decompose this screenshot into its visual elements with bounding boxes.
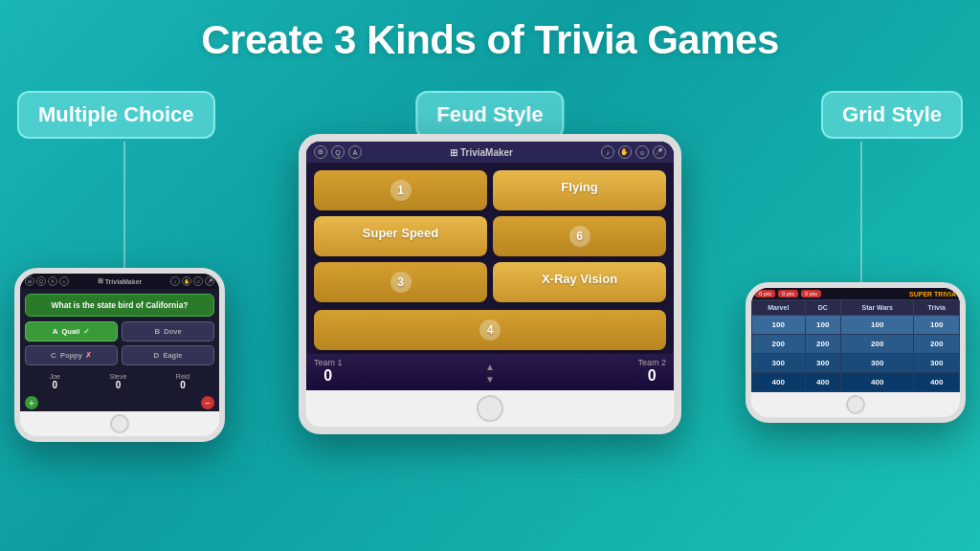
mc-answer-b: B Dove [122, 321, 214, 342]
phone-power-button [679, 270, 681, 298]
grid-col-marvel: Marvel [752, 300, 806, 316]
grid-cell-trivia-300[interactable]: 300 [914, 354, 960, 373]
feud-cell-4: 4 [314, 310, 666, 350]
home-button-left[interactable] [110, 414, 129, 433]
grid-cell-trivia-400[interactable]: 400 [914, 373, 960, 392]
mc-q-icon: Q [36, 276, 46, 286]
feud-right-icons: ♪ ✋ ☺ 🎤 [601, 145, 666, 159]
grid-style-badge: Grid Style [821, 91, 963, 139]
grid-cell-trivia-200[interactable]: 200 [914, 335, 960, 354]
mc-player-scores: Joe 0 Steve 0 Reid 0 [20, 369, 219, 394]
mc-answers-grid: A Quail ✓ B Dove C Poppy ✗ D Eagle [20, 321, 219, 365]
grid-cell-sw-400[interactable]: 400 [841, 373, 914, 392]
mc-hand-icon: ✋ [182, 276, 191, 286]
mc-a-icon: A [48, 276, 57, 286]
grid-phone: 0 pts 0 pts 0 pts SUPER TRIVIA Marvel DC… [746, 282, 966, 423]
mc-smiley-icon: ☺ [193, 276, 203, 286]
grid-cell-dc-200[interactable]: 200 [805, 335, 840, 354]
multiple-choice-badge: Multiple Choice [17, 91, 215, 139]
grid-cell-dc-100[interactable]: 100 [805, 316, 840, 335]
grid-col-starwars: Star Wars [841, 300, 914, 316]
mc-music-icon: ♪ [170, 276, 180, 286]
feud-topbar: ⊞ Q A ⊞TriviaMaker ♪ ✋ ☺ 🎤 [306, 142, 674, 163]
mc-phone-volume [14, 339, 15, 367]
mc-topbar: ⊞ Q A ☺ ⊞TriviaMaker ♪ ✋ ☺ 🎤 [20, 274, 219, 289]
mc-player-joe: Joe 0 [50, 373, 60, 390]
feud-cell-6: 6 [493, 216, 666, 256]
mc-answer-a: A Quail ✓ [25, 321, 118, 342]
grid-cell-marvel-200[interactable]: 200 [752, 335, 806, 354]
grid-cell-marvel-100[interactable]: 100 [752, 316, 806, 335]
mc-player-reid: Reid 0 [176, 373, 189, 390]
grid-col-dc: DC [805, 300, 840, 316]
feud-cell-3: 3 [314, 262, 487, 302]
mc-mic-icon: 🎤 [205, 276, 214, 286]
feud-cell-flying: Flying [493, 170, 666, 210]
grid-cell-dc-300[interactable]: 300 [805, 354, 840, 373]
hand-icon: ✋ [618, 145, 632, 159]
face-icon: ☺ [635, 145, 649, 159]
feud-style-badge: Feud Style [415, 91, 564, 139]
feud-phone: ⊞ Q A ⊞TriviaMaker ♪ ✋ ☺ 🎤 1 [299, 134, 681, 434]
page-title: Create 3 Kinds of Trivia Games [0, 0, 980, 63]
grid-cell-dc-400[interactable]: 400 [805, 373, 840, 392]
mc-face-icon: ☺ [59, 276, 69, 286]
feud-team2: Team 2 0 [637, 358, 666, 385]
grid-icon: ⊞ [314, 145, 327, 159]
mc-add-player-button[interactable]: + [25, 396, 38, 409]
feud-cell-superspeed: Super Speed [314, 216, 487, 256]
grid-app-logo: SUPER TRIVIA [909, 291, 956, 298]
grid-row-100: 100 100 100 100 [752, 316, 960, 335]
mc-right-icons: ♪ ✋ ☺ 🎤 [170, 276, 214, 286]
grid-phone-volume [746, 340, 746, 368]
feud-cell-xray: X-Ray Vision [493, 262, 666, 302]
grid-score-badges: 0 pts 0 pts 0 pts [755, 290, 821, 298]
feud-team1: Team 1 0 [314, 358, 343, 385]
feud-answer-grid: 1 Flying Super Speed 6 3 X-Ray Vision [306, 163, 674, 310]
grid-cell-sw-200[interactable]: 200 [841, 335, 914, 354]
phone-volume-button [299, 255, 301, 284]
music-icon: ♪ [601, 145, 614, 159]
mc-player-steve: Steve 0 [109, 373, 126, 390]
feud-cell-1: 1 [314, 170, 487, 210]
grid-cell-trivia-100[interactable]: 100 [914, 316, 960, 335]
multiple-choice-phone: ⊞ Q A ☺ ⊞TriviaMaker ♪ ✋ ☺ 🎤 What is the… [14, 268, 225, 442]
grid-trivia-table: Marvel DC Star Wars Trivia 100 100 100 1… [751, 299, 960, 392]
mc-bottom-bar: + − [20, 394, 219, 411]
mc-answer-c: C Poppy ✗ [25, 345, 118, 365]
grid-topbar: 0 pts 0 pts 0 pts SUPER TRIVIA [751, 288, 960, 299]
mc-logo: ⊞TriviaMaker [98, 277, 143, 285]
home-button-center[interactable] [477, 395, 503, 422]
mc-phone-power [224, 341, 225, 369]
grid-score-1: 0 pts [755, 290, 775, 298]
grid-cell-sw-100[interactable]: 100 [841, 316, 914, 335]
mc-answer-d: D Eagle [122, 345, 214, 365]
q-icon: Q [331, 145, 345, 159]
grid-phone-power [965, 339, 966, 367]
grid-score-2: 0 pts [778, 290, 798, 298]
mc-question: What is the state bird of California? [25, 294, 214, 317]
grid-cell-sw-300[interactable]: 300 [841, 354, 914, 373]
home-button-right[interactable] [846, 395, 865, 414]
mc-grid-icon: ⊞ [25, 276, 34, 286]
grid-cell-marvel-400[interactable]: 400 [752, 373, 806, 392]
grid-col-trivia: Trivia [914, 300, 960, 316]
mc-remove-player-button[interactable]: − [201, 396, 214, 409]
grid-row-300: 300 300 300 300 [752, 354, 960, 373]
feud-app-logo: ⊞TriviaMaker [450, 147, 513, 158]
grid-row-200: 200 200 200 200 [752, 335, 960, 354]
mc-left-icons: ⊞ Q A ☺ [25, 276, 69, 286]
grid-cell-marvel-300[interactable]: 300 [752, 354, 806, 373]
a-icon: A [348, 145, 362, 159]
feud-left-icons: ⊞ Q A [314, 145, 362, 159]
feud-scores: Team 1 0 ▲ ▼ Team 2 0 [306, 354, 674, 390]
grid-row-400: 400 400 400 400 [752, 373, 960, 392]
grid-score-3: 0 pts [801, 290, 821, 298]
feud-arrows: ▲ ▼ [485, 362, 495, 385]
mic-icon: 🎤 [653, 145, 666, 159]
feud-cell-4-row: 4 [306, 310, 674, 354]
